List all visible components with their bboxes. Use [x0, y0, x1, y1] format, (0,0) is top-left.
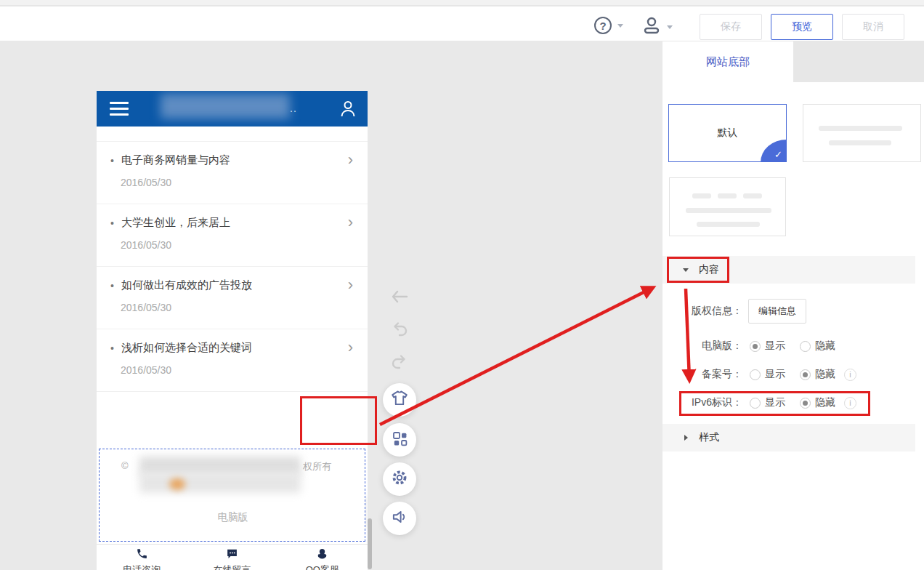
article-title: 如何做出有成效的广告投放: [121, 278, 252, 292]
phone-icon: [136, 550, 148, 562]
footer-edit-region[interactable]: © 权所有 电脑版: [99, 449, 365, 542]
article-list-item[interactable]: •大学生创业，后来居上 2016/05/30 ›: [97, 204, 368, 267]
article-date: 2016/05/30: [121, 177, 171, 188]
settings-panel: 网站底部 默认 ✓ 内容 版权信息： 编辑信息 电脑版：: [662, 41, 924, 570]
theme-button[interactable]: [383, 383, 416, 417]
list-row-partial: [97, 127, 368, 142]
article-list-item[interactable]: •电子商务网销量与内容 2016/05/30 ›: [97, 142, 368, 204]
icp-number-row: 备案号： 显示 隐藏 i: [662, 364, 924, 385]
chevron-right-icon: ›: [348, 213, 353, 232]
caret-right-icon: [684, 435, 688, 441]
hamburger-menu-icon[interactable]: [110, 102, 129, 119]
mobile-header: ..: [97, 91, 368, 127]
user-icon: [642, 15, 661, 39]
caret-down-icon: [683, 268, 689, 272]
mobile-preview: .. •电子商务网销量与内容 2016/05/30 › •大学生创业，后来居上 …: [97, 91, 368, 570]
message-icon: [226, 550, 238, 562]
pc-version-row: 电脑版： 显示 隐藏: [662, 336, 924, 356]
bullet-icon: •: [110, 280, 114, 292]
bullet-icon: •: [110, 217, 114, 229]
site-title-blurred: [161, 94, 290, 119]
redo-button[interactable]: [391, 353, 408, 374]
article-title: 浅析如何选择合适的关键词: [121, 341, 252, 355]
copyright-suffix: 权所有: [303, 460, 331, 473]
copyright-symbol: ©: [121, 460, 129, 471]
save-button[interactable]: 保存: [700, 14, 762, 40]
modules-button[interactable]: [383, 423, 416, 457]
selected-check-badge: ✓: [761, 140, 787, 162]
ipv6-hide-radio[interactable]: [800, 398, 811, 409]
template-card-3[interactable]: [669, 177, 786, 236]
back-arrow-button[interactable]: [391, 289, 408, 307]
article-date: 2016/05/30: [121, 239, 171, 251]
browser-top-strip: [0, 0, 924, 6]
chevron-right-icon: ›: [348, 338, 353, 357]
settings-button[interactable]: [383, 462, 416, 496]
gear-icon: [390, 468, 409, 490]
bullet-icon: •: [110, 155, 114, 166]
article-title: 大学生创业，后来居上: [121, 216, 230, 230]
section-style-header[interactable]: 样式: [662, 424, 915, 451]
sound-button[interactable]: [383, 502, 416, 535]
edit-info-button[interactable]: 编辑信息: [748, 299, 806, 324]
record-blurred-text: [139, 473, 301, 493]
undo-button[interactable]: [391, 321, 408, 341]
bullet-icon: •: [110, 342, 114, 354]
nav-phone-consult[interactable]: 电话咨询: [97, 545, 187, 570]
grid-icon: [391, 430, 408, 450]
pc-hide-radio[interactable]: [800, 341, 811, 352]
mobile-bottom-nav: 电话咨询 在线留言 QQ客服: [97, 544, 368, 570]
app-header: ? 保存 预览 取消: [0, 7, 924, 41]
badge-blurred: [169, 478, 185, 490]
speaker-icon: [390, 507, 409, 529]
panel-tabbar: 网站底部: [662, 41, 924, 81]
pc-show-radio[interactable]: [750, 341, 761, 352]
info-icon[interactable]: i: [844, 397, 856, 409]
cancel-button[interactable]: 取消: [842, 14, 904, 40]
check-icon: ✓: [774, 149, 782, 160]
editor-stage: ? 保存 预览 取消 .. •电子商务网销量与内容 2016/05/30 ›: [0, 0, 924, 570]
help-menu[interactable]: ?: [594, 17, 623, 34]
chevron-right-icon: ›: [348, 150, 353, 169]
tshirt-icon: [390, 389, 409, 411]
article-list-item[interactable]: •浅析如何选择合适的关键词 2016/05/30 ›: [97, 329, 368, 392]
ipv6-show-radio[interactable]: [750, 398, 761, 409]
help-icon: ?: [594, 17, 612, 34]
tab-site-footer[interactable]: 网站底部: [662, 41, 793, 82]
nav-qq-service[interactable]: QQ客服: [277, 545, 368, 570]
account-menu[interactable]: [642, 15, 673, 39]
mobile-user-icon[interactable]: [340, 100, 356, 121]
template-card-default[interactable]: 默认 ✓: [668, 104, 787, 162]
preview-button[interactable]: 预览: [771, 14, 833, 40]
icp-hide-radio[interactable]: [800, 369, 811, 380]
chevron-down-icon: [667, 25, 673, 29]
chevron-right-icon: ›: [348, 276, 353, 294]
article-list-item[interactable]: •如何做出有成效的广告投放 2016/05/30 ›: [97, 267, 368, 329]
site-title-ellipsis: ..: [290, 103, 297, 114]
tabbar-empty: [793, 41, 924, 82]
ipv6-row: IPv6标识： 显示 隐藏 i: [662, 393, 924, 413]
info-icon[interactable]: i: [844, 369, 856, 381]
article-date: 2016/05/30: [121, 364, 171, 376]
nav-online-message[interactable]: 在线留言: [187, 545, 277, 570]
copyright-info-row: 版权信息： 编辑信息: [662, 299, 924, 324]
qq-icon: [316, 550, 328, 562]
icp-show-radio[interactable]: [750, 369, 761, 380]
template-card-2[interactable]: [803, 104, 921, 162]
section-content-header[interactable]: 内容: [662, 256, 915, 284]
phone-scrollbar[interactable]: [368, 518, 372, 569]
chevron-down-icon: [617, 24, 623, 28]
pc-version-link[interactable]: 电脑版: [100, 511, 366, 524]
article-title: 电子商务网销量与内容: [121, 153, 230, 167]
article-date: 2016/05/30: [121, 302, 171, 313]
